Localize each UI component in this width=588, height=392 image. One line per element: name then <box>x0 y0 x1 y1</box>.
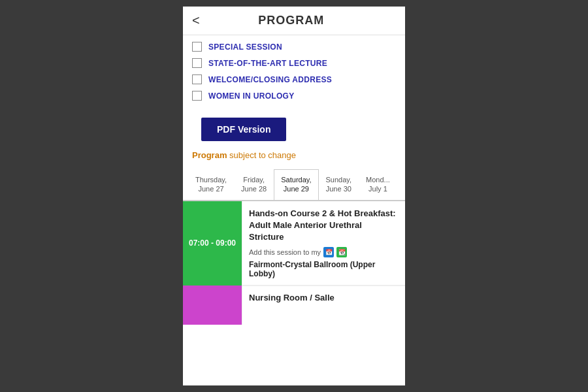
tab-monday[interactable]: Mond...July 1 <box>359 169 397 200</box>
main-content: SPECIAL SESSION STATE-OF-THE-ART LECTURE… <box>183 35 405 385</box>
session-time-1: 07:00 - 09:00 <box>189 238 236 248</box>
back-button[interactable]: < <box>192 13 200 28</box>
filter-label-special-session: SPECIAL SESSION <box>208 42 282 52</box>
filter-special-session[interactable]: SPECIAL SESSION <box>192 42 396 52</box>
session-location-1: Fairmont-Crystal Ballroom (Upper Lobby) <box>249 260 399 278</box>
filter-label-women-urology: WOMEN IN UROLOGY <box>208 91 294 101</box>
tab-saturday[interactable]: Saturday,June 29 <box>274 169 318 201</box>
filter-label-welcome-closing: WELCOME/CLOSING ADDRESS <box>208 75 332 84</box>
tab-thursday[interactable]: Thursday,June 27 <box>188 169 234 200</box>
filter-section: SPECIAL SESSION STATE-OF-THE-ART LECTURE… <box>183 35 405 111</box>
session-info-1: Hands-on Course 2 & Hot Breakfast: Adult… <box>242 201 405 286</box>
tab-sunday[interactable]: Sunday,June 30 <box>319 169 359 200</box>
page-title: PROGRAM <box>200 14 383 27</box>
session-title-2: Nursing Room / Salle <box>249 293 399 302</box>
session-time-block-1: 07:00 - 09:00 <box>183 201 242 286</box>
pdf-button[interactable]: PDF Version <box>201 118 286 141</box>
phone-container: < PROGRAM SPECIAL SESSION STATE-OF-THE-A… <box>183 7 405 385</box>
session-info-2: Nursing Room / Salle <box>242 286 405 325</box>
session-row-2: Nursing Room / Salle <box>183 286 405 325</box>
session-calendar-1: Add this session to my 📅 📆 <box>249 247 399 257</box>
sessions-list: 07:00 - 09:00 Hands-on Course 2 & Hot Br… <box>183 201 405 325</box>
session-time-block-2 <box>183 286 242 325</box>
tab-friday[interactable]: Friday,June 28 <box>234 169 274 200</box>
calendar-text-1: Add this session to my <box>249 248 321 256</box>
filter-welcome-closing[interactable]: WELCOME/CLOSING ADDRESS <box>192 74 396 84</box>
filter-women-urology[interactable]: WOMEN IN UROLOGY <box>192 91 396 101</box>
session-row-1: 07:00 - 09:00 Hands-on Course 2 & Hot Br… <box>183 201 405 286</box>
checkbox-special-session[interactable] <box>192 42 202 52</box>
checkbox-welcome-closing[interactable] <box>192 74 202 84</box>
program-notice: Program subject to change <box>183 150 405 169</box>
notice-rest: subject to change <box>227 150 296 160</box>
checkbox-state-of-the-art[interactable] <box>192 58 202 68</box>
session-title-1: Hands-on Course 2 & Hot Breakfast: Adult… <box>249 208 399 244</box>
checkbox-women-urology[interactable] <box>192 91 202 101</box>
filter-label-state-of-the-art: STATE-OF-THE-ART LECTURE <box>208 59 327 68</box>
header: < PROGRAM <box>183 7 405 35</box>
filter-state-of-the-art[interactable]: STATE-OF-THE-ART LECTURE <box>192 58 396 68</box>
calendar-icon-green[interactable]: 📆 <box>336 247 347 257</box>
days-tabs: Thursday,June 27 Friday,June 28 Saturday… <box>183 169 405 201</box>
calendar-icon-blue[interactable]: 📅 <box>323 247 334 257</box>
notice-bold: Program <box>192 150 227 160</box>
